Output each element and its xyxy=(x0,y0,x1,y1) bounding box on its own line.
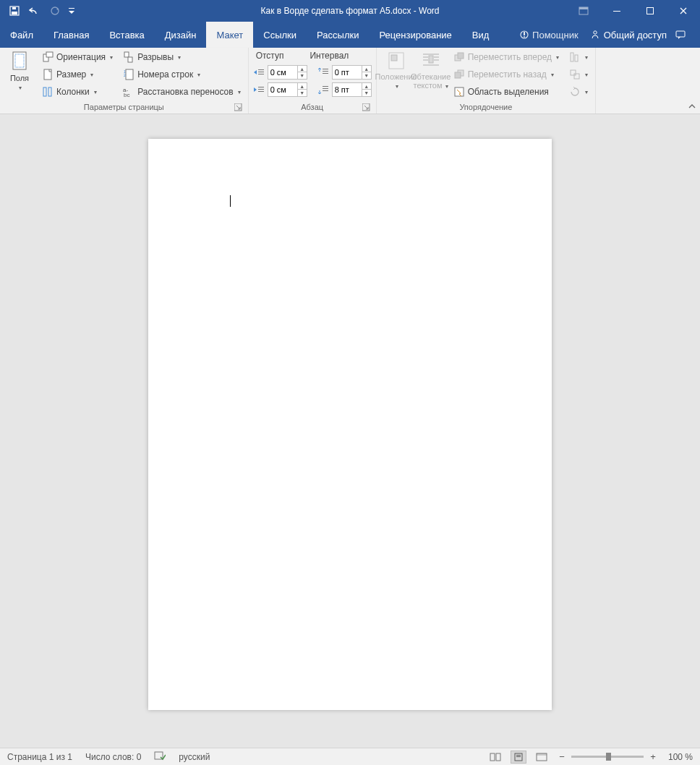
svg-rect-20 xyxy=(48,87,51,96)
selection-pane-button[interactable]: Область выделения xyxy=(451,84,562,100)
spacing-before-input[interactable]: ▲▼ xyxy=(332,65,372,80)
tab-references[interactable]: Ссылки xyxy=(253,22,307,48)
tab-mailings[interactable]: Рассылки xyxy=(307,22,369,48)
spinner-up-icon[interactable]: ▲ xyxy=(298,83,307,90)
spinner-down-icon[interactable]: ▼ xyxy=(298,90,307,96)
rotate-button[interactable]: ▾ xyxy=(566,84,591,100)
group-objects-button[interactable]: ▾ xyxy=(566,67,591,82)
margins-label: Поля xyxy=(10,74,29,82)
spinner-up-icon[interactable]: ▲ xyxy=(362,66,371,72)
bring-forward-icon xyxy=(453,51,465,63)
indent-right-input[interactable]: ▲▼ xyxy=(268,82,307,97)
tab-layout[interactable]: Макет xyxy=(206,22,253,48)
svg-rect-54 xyxy=(455,72,461,78)
svg-rect-42 xyxy=(389,53,404,69)
qat-customize-button[interactable] xyxy=(67,2,77,20)
collapse-ribbon-button[interactable] xyxy=(684,48,700,114)
svg-rect-47 xyxy=(429,56,433,63)
svg-rect-30 xyxy=(258,72,264,72)
selection-pane-icon xyxy=(453,86,465,98)
size-label: Размер xyxy=(56,69,86,80)
print-layout-button[interactable] xyxy=(511,751,526,764)
spinner-down-icon[interactable]: ▼ xyxy=(298,72,307,79)
zoom-in-button[interactable]: + xyxy=(648,751,658,762)
send-backward-button[interactable]: Переместить назад▾ xyxy=(451,67,562,82)
tell-me-helper[interactable]: Помощник xyxy=(512,30,586,40)
svg-rect-52 xyxy=(458,53,464,59)
word-count[interactable]: Число слов: 0 xyxy=(85,752,141,762)
hyphenation-button[interactable]: a-bc Расстановка переносов▾ xyxy=(120,84,244,100)
page-setup-group-label: Параметры страницы xyxy=(4,101,244,114)
indent-left-input[interactable]: ▲▼ xyxy=(268,65,307,80)
size-button[interactable]: Размер▾ xyxy=(39,67,116,82)
svg-rect-31 xyxy=(258,74,264,74)
helper-label: Помощник xyxy=(532,30,579,40)
undo-button[interactable] xyxy=(26,2,43,20)
web-layout-button[interactable] xyxy=(534,751,550,764)
breaks-button[interactable]: Разрывы▾ xyxy=(120,49,244,65)
dropdown-icon: ▾ xyxy=(94,89,97,95)
svg-rect-64 xyxy=(516,755,521,756)
proofing-button[interactable] xyxy=(154,751,166,763)
spinner-up-icon[interactable]: ▲ xyxy=(298,66,307,72)
read-mode-button[interactable] xyxy=(487,751,503,764)
tab-file[interactable]: Файл xyxy=(0,22,43,48)
tab-insert[interactable]: Вставка xyxy=(99,22,154,48)
position-button[interactable]: Положение▾ xyxy=(381,49,411,90)
spinner-up-icon[interactable]: ▲ xyxy=(362,83,371,90)
spinner-down-icon[interactable]: ▼ xyxy=(362,90,371,96)
page-setup-launcher[interactable] xyxy=(234,103,242,111)
tab-review[interactable]: Рецензирование xyxy=(369,22,461,48)
share-button[interactable]: Общий доступ xyxy=(590,30,667,40)
spinner-down-icon[interactable]: ▼ xyxy=(362,72,371,79)
align-button[interactable]: ▾ xyxy=(566,49,591,65)
orientation-button[interactable]: Ориентация▾ xyxy=(39,49,116,65)
tab-home[interactable]: Главная xyxy=(43,22,99,48)
close-button[interactable] xyxy=(667,0,700,22)
page-indicator[interactable]: Страница 1 из 1 xyxy=(7,752,72,762)
document-page[interactable] xyxy=(148,139,552,710)
zoom-level[interactable]: 100 % xyxy=(668,752,693,762)
bring-forward-button[interactable]: Переместить вперед▾ xyxy=(451,49,562,65)
svg-rect-37 xyxy=(258,91,264,92)
spacing-after-icon xyxy=(317,84,329,95)
maximize-button[interactable] xyxy=(633,0,667,22)
svg-rect-34 xyxy=(323,73,328,74)
svg-rect-44 xyxy=(423,54,439,55)
svg-rect-2 xyxy=(12,7,16,9)
document-workspace[interactable] xyxy=(0,114,700,748)
zoom-slider-thumb[interactable] xyxy=(606,753,611,761)
wrap-text-button[interactable]: Обтекание текстом ▾ xyxy=(416,49,446,90)
columns-button[interactable]: Колонки▾ xyxy=(39,84,116,100)
zoom-out-button[interactable]: − xyxy=(557,751,567,762)
zoom-slider[interactable] xyxy=(571,756,644,758)
tab-view[interactable]: Вид xyxy=(462,22,500,48)
svg-rect-56 xyxy=(571,53,573,61)
group-page-setup: Поля▾ Ориентация▾ Размер▾ Колонки▾ xyxy=(0,48,249,114)
margins-button[interactable]: Поля▾ xyxy=(4,49,35,92)
ribbon-display-options-button[interactable] xyxy=(567,0,600,22)
svg-rect-10 xyxy=(524,32,525,35)
svg-rect-0 xyxy=(10,7,19,15)
minimize-button[interactable] xyxy=(600,0,633,22)
save-button[interactable] xyxy=(6,2,23,20)
language-indicator[interactable]: русский xyxy=(179,752,210,762)
svg-rect-62 xyxy=(496,753,500,761)
svg-rect-60 xyxy=(155,752,163,759)
send-backward-label: Переместить назад xyxy=(468,69,547,80)
line-numbers-button[interactable]: 12 Номера строк▾ xyxy=(120,67,244,82)
svg-rect-8 xyxy=(647,8,654,14)
svg-rect-46 xyxy=(434,56,439,58)
redo-button[interactable] xyxy=(46,2,64,20)
comments-button[interactable] xyxy=(671,24,690,46)
svg-rect-15 xyxy=(15,54,24,67)
svg-rect-57 xyxy=(575,55,578,61)
svg-rect-38 xyxy=(323,86,328,87)
svg-rect-21 xyxy=(124,52,129,57)
paragraph-launcher[interactable] xyxy=(362,103,370,111)
svg-rect-49 xyxy=(434,59,439,61)
svg-text:bc: bc xyxy=(124,92,129,98)
spacing-after-input[interactable]: ▲▼ xyxy=(332,82,372,97)
tab-design[interactable]: Дизайн xyxy=(155,22,207,48)
svg-rect-17 xyxy=(46,52,53,57)
